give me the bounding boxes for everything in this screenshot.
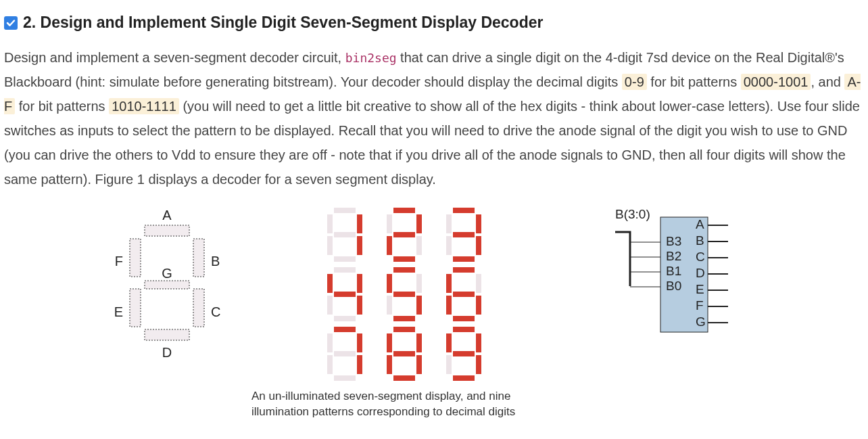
svg-rect-7 <box>334 208 356 213</box>
svg-rect-23 <box>476 236 481 255</box>
svg-rect-67 <box>446 355 452 374</box>
svg-rect-32 <box>327 296 333 315</box>
svg-rect-41 <box>393 292 415 297</box>
svg-rect-3 <box>145 329 189 340</box>
output-label-D: D <box>696 266 705 280</box>
svg-rect-19 <box>387 214 392 233</box>
svg-rect-10 <box>334 256 356 262</box>
svg-rect-52 <box>334 375 356 381</box>
seg-label-G: G <box>162 266 172 281</box>
output-label-B: B <box>696 233 704 248</box>
output-label-E: E <box>696 282 704 296</box>
svg-rect-1 <box>193 239 204 277</box>
highlight-bits1: 0000-1001 <box>741 74 811 90</box>
highlight-digits: 0-9 <box>622 74 647 90</box>
svg-rect-38 <box>393 316 415 321</box>
svg-rect-66 <box>453 375 475 381</box>
svg-rect-33 <box>327 274 333 293</box>
svg-rect-35 <box>393 267 415 273</box>
svg-rect-59 <box>393 375 415 381</box>
svg-rect-36 <box>416 274 422 293</box>
svg-rect-30 <box>357 296 362 315</box>
svg-rect-69 <box>453 351 475 356</box>
input-B1: B1 <box>666 264 681 278</box>
svg-rect-15 <box>416 214 422 233</box>
svg-rect-64 <box>476 333 481 352</box>
svg-rect-2 <box>193 289 204 327</box>
svg-rect-4 <box>130 289 141 327</box>
body-text: for bit patterns <box>15 99 109 114</box>
seg-label-E: E <box>114 304 123 319</box>
svg-rect-51 <box>357 355 362 374</box>
svg-rect-26 <box>446 214 452 233</box>
svg-rect-54 <box>327 333 333 352</box>
digit-2 <box>387 208 422 262</box>
svg-rect-39 <box>387 296 392 315</box>
svg-rect-40 <box>387 274 392 293</box>
svg-rect-63 <box>453 327 475 332</box>
svg-rect-50 <box>357 333 362 352</box>
svg-rect-56 <box>393 327 415 332</box>
svg-rect-18 <box>387 236 392 255</box>
svg-rect-48 <box>453 292 475 297</box>
svg-rect-0 <box>145 225 189 236</box>
section-title: Design and Implement Single Digit Seven-… <box>41 14 544 31</box>
section-heading: 2. Design and Implement Single Digit Sev… <box>4 14 864 32</box>
svg-rect-12 <box>327 214 333 233</box>
output-label-F: F <box>696 298 704 313</box>
grid-caption: An un-illuminated seven-segment display,… <box>251 389 562 420</box>
svg-rect-6 <box>145 281 189 289</box>
digit-3 <box>446 208 481 262</box>
svg-rect-45 <box>453 316 475 321</box>
digit-1 <box>327 208 362 262</box>
svg-rect-24 <box>453 256 475 262</box>
digit-4 <box>327 267 362 321</box>
svg-rect-25 <box>446 236 452 255</box>
svg-rect-60 <box>387 355 392 374</box>
output-label-A: A <box>696 217 704 231</box>
figure-decoder-block: B(3:0)B3B2B1B0ABCDEFG <box>589 205 758 347</box>
digit-8 <box>387 327 422 381</box>
digit-5 <box>387 267 422 321</box>
svg-rect-43 <box>476 274 481 293</box>
output-label-G: G <box>696 315 706 329</box>
digit-6 <box>446 267 481 321</box>
svg-rect-46 <box>446 296 452 315</box>
svg-rect-65 <box>476 355 481 374</box>
svg-rect-57 <box>416 333 422 352</box>
svg-rect-17 <box>393 256 415 262</box>
section-number: 2. <box>23 14 36 31</box>
figure-digit-grid: An un-illuminated seven-segment display,… <box>251 205 562 420</box>
seg-label-D: D <box>162 345 172 360</box>
svg-rect-53 <box>327 355 333 374</box>
seg-label-F: F <box>115 254 123 269</box>
svg-rect-13 <box>334 232 356 237</box>
svg-rect-37 <box>416 296 422 315</box>
svg-rect-47 <box>446 274 452 293</box>
inline-code: bin2seg <box>345 51 397 65</box>
svg-rect-5 <box>130 239 141 277</box>
svg-rect-14 <box>393 208 415 213</box>
svg-rect-62 <box>393 351 415 356</box>
svg-rect-55 <box>334 351 356 356</box>
svg-rect-68 <box>446 333 452 352</box>
input-B0: B0 <box>666 279 681 293</box>
svg-rect-16 <box>416 236 422 255</box>
checkbox-icon <box>4 16 18 30</box>
svg-rect-44 <box>476 296 481 315</box>
svg-rect-61 <box>387 333 392 352</box>
svg-rect-22 <box>476 214 481 233</box>
digit-9 <box>446 327 481 381</box>
svg-rect-8 <box>357 214 362 233</box>
body-text: Design and implement a seven-segment dec… <box>4 50 345 65</box>
body-text: , and <box>811 74 844 89</box>
body-text: for bit patterns <box>647 74 741 89</box>
svg-rect-20 <box>393 232 415 237</box>
svg-rect-27 <box>453 232 475 237</box>
highlight-bits2: 1010-1111 <box>109 98 179 114</box>
svg-rect-42 <box>453 267 475 273</box>
svg-rect-58 <box>416 355 422 374</box>
seg-label-B: B <box>211 254 220 269</box>
svg-rect-21 <box>453 208 475 213</box>
digit-7 <box>327 327 362 381</box>
